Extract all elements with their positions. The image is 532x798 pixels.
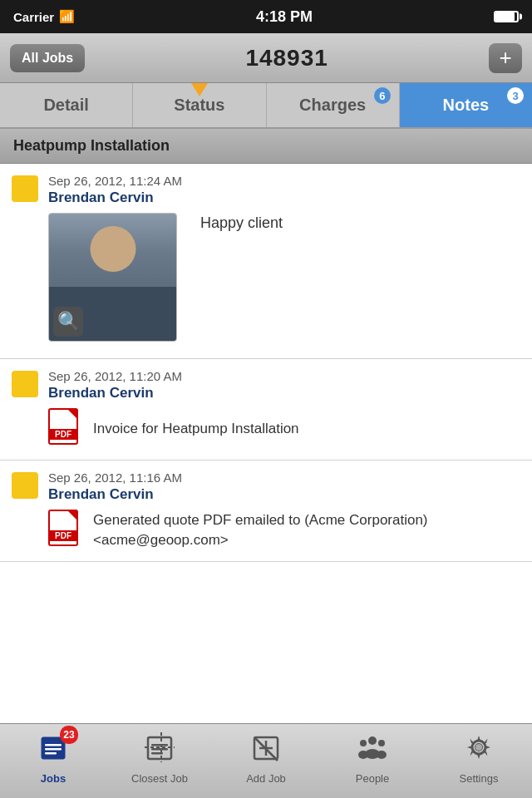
clock: 4:18 PM [256,8,313,26]
pdf-icon-3: PDF [48,510,85,551]
section-header: Heatpump Installation [0,129,532,164]
notes-badge: 3 [507,87,524,104]
jobs-label: Jobs [41,772,66,785]
bottom-tab-add-job[interactable]: Add Job [213,732,319,790]
svg-rect-1 [45,744,62,746]
svg-rect-3 [45,752,57,755]
settings-label: Settings [460,772,499,785]
add-button[interactable]: + [489,43,522,73]
note-content-2: PDF Invoice for Heatpump Installation [12,408,520,450]
svg-point-19 [377,751,387,759]
bottom-bar: 23 Jobs Closest Job Add Job [0,723,532,798]
svg-rect-2 [45,748,62,751]
svg-point-22 [475,744,482,751]
note-item-3: Sep 26, 2012, 11:16 AM Brendan Cervin PD… [0,461,532,562]
search-icon[interactable]: 🔍 [53,307,83,337]
pdf-label-3: PDF [50,530,76,541]
svg-point-17 [358,751,368,759]
note-icon-2 [12,371,38,397]
note-date-2: Sep 26, 2012, 11:20 AM [48,369,520,383]
bottom-tab-settings[interactable]: Settings [426,732,532,790]
tab-notes[interactable]: Notes 3 [400,83,532,127]
note-content-3: PDF Generated quote PDF emailed to (Acme… [12,510,520,551]
note-author-1: Brendan Cervin [48,190,520,206]
job-number: 148931 [245,45,328,71]
pdf-text-2: Invoice for Heatpump Installation [93,419,299,439]
closest-job-label: Closest Job [131,772,188,785]
note-icon-1 [12,175,38,202]
carrier-info: Carrier 📶 [13,9,75,24]
pdf-attachment-3[interactable]: PDF Generated quote PDF emailed to (Acme… [48,510,520,551]
note-item-1: Sep 26, 2012, 11:24 AM Brendan Cervin 🔍 … [0,164,532,359]
settings-icon [464,732,494,769]
svg-rect-6 [151,748,168,751]
note-author-2: Brendan Cervin [48,385,520,401]
add-job-label: Add Job [246,772,286,785]
note-date-1: Sep 26, 2012, 11:24 AM [48,174,520,188]
pdf-attachment-2[interactable]: PDF Invoice for Heatpump Installation [48,408,520,450]
tab-notes-label: Notes [443,96,490,115]
people-icon [357,732,387,769]
notes-list: Sep 26, 2012, 11:24 AM Brendan Cervin 🔍 … [0,164,532,727]
svg-point-16 [360,740,367,746]
note-meta-3: Sep 26, 2012, 11:16 AM Brendan Cervin [48,470,520,503]
note-image-container: 🔍 [48,213,177,342]
note-content-1: 🔍 Happy client [12,213,520,348]
jobs-badge: 23 [60,726,78,744]
pdf-text-3: Generated quote PDF emailed to (Acme Cor… [93,510,520,550]
svg-rect-5 [151,744,168,746]
svg-point-18 [378,740,385,746]
note-meta-1: Sep 26, 2012, 11:24 AM Brendan Cervin [48,174,520,206]
battery-icon [494,11,519,22]
wifi-icon: 📶 [59,9,75,24]
all-jobs-button[interactable]: All Jobs [10,44,85,72]
nav-bar: All Jobs 148931 + [0,33,532,83]
section-header-label: Heatpump Installation [13,137,170,154]
tab-bar: Detail Status Charges 6 Notes 3 [0,83,532,129]
note-meta-2: Sep 26, 2012, 11:20 AM Brendan Cervin [48,369,520,401]
bottom-tab-people[interactable]: People [319,732,426,790]
pdf-icon-2: PDF [48,408,85,450]
status-bar: Carrier 📶 4:18 PM [0,0,532,33]
pdf-label-2: PDF [50,429,76,440]
svg-point-14 [368,736,377,745]
note-text-1: Happy client [200,213,283,234]
charges-badge: 6 [374,87,391,104]
note-icon-3 [12,472,38,499]
tab-charges[interactable]: Charges 6 [267,83,400,127]
tab-charges-label: Charges [299,96,366,115]
carrier-label: Carrier [13,10,54,24]
note-item-2: Sep 26, 2012, 11:20 AM Brendan Cervin PD… [0,359,532,461]
battery-container [494,11,519,22]
tab-status[interactable]: Status [133,83,266,127]
add-job-icon [251,732,281,769]
closest-job-icon [145,732,175,769]
tab-detail[interactable]: Detail [0,83,133,127]
tab-detail-label: Detail [43,96,88,115]
note-date-3: Sep 26, 2012, 11:16 AM [48,470,520,485]
people-label: People [356,772,389,785]
note-author-3: Brendan Cervin [48,486,520,503]
tab-status-label: Status [174,96,224,115]
bottom-tab-closest-job[interactable]: Closest Job [106,732,213,790]
jobs-icon: 23 [38,732,68,769]
bottom-tab-jobs[interactable]: 23 Jobs [0,732,106,790]
status-flag-icon [191,83,208,96]
